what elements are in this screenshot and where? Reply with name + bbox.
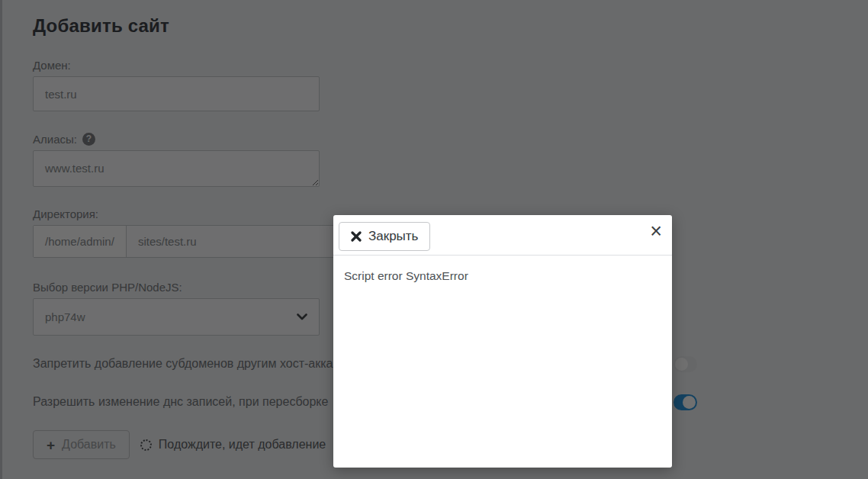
modal-body: Script error SyntaxError [333, 256, 672, 297]
modal-header: Закрыть × [333, 215, 672, 256]
bold-x-icon [351, 231, 362, 242]
close-icon[interactable]: × [650, 216, 662, 246]
error-modal: Закрыть × Script error SyntaxError [333, 215, 672, 468]
error-message: Script error SyntaxError [344, 269, 468, 282]
modal-close-button[interactable]: Закрыть [339, 222, 430, 251]
